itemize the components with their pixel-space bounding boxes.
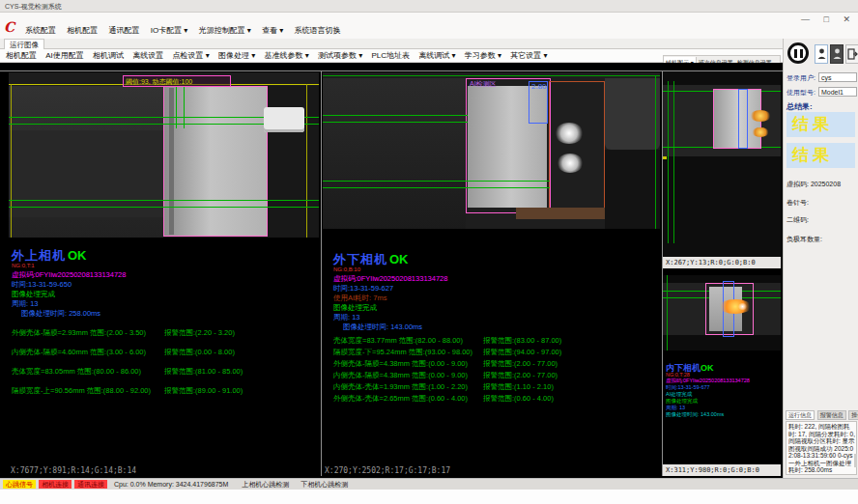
green-measure-line-4 [323, 187, 550, 188]
measurement-row: 壳体宽度=83.77mm 范围:(82.00 - 88.00) 报警范围:(83… [333, 336, 561, 346]
barcode-field: 虚拟码: 20250208 [786, 180, 841, 189]
menu-comm-config[interactable]: 通讯配置 [108, 26, 139, 35]
left-time: 时间:13-31-59-650 [12, 280, 72, 290]
small-bottom-time: 时间:13-31-59-677 [666, 384, 710, 391]
status-bar: 心跳信号 相机连接 通讯连接 Cpu: 0.0% Memory: 3424.41… [0, 478, 858, 490]
left-done: 图像处理完成 [12, 290, 55, 299]
result-display-1: 结果 [786, 112, 855, 137]
green-vline [667, 275, 668, 350]
roi-rect-orange [549, 81, 605, 209]
machinery-mid-strip [9, 130, 163, 217]
window-close-icon[interactable]: ✕ [843, 14, 850, 24]
gripper-connector [264, 107, 304, 132]
menu-camera-config[interactable]: 相机配置 [67, 26, 98, 35]
green-measure-line-2 [323, 122, 468, 123]
admin-button[interactable] [830, 44, 844, 64]
operator-button[interactable] [815, 44, 828, 64]
model-label: 使用型号: [786, 88, 815, 98]
result-display-2: 结果 [786, 143, 855, 168]
tool-offline-setting[interactable]: 离线设置 [132, 51, 163, 60]
left-barcode: 虚拟码:0FYIiw20250208133134728 [12, 270, 126, 280]
logout-button[interactable] [845, 44, 858, 64]
left-cycle: 周期: 13 [12, 299, 39, 309]
tool-camera-debug[interactable]: 相机调试 [93, 51, 124, 60]
total-result-label: 总结果: [786, 101, 813, 112]
tool-baseline-params[interactable]: 基准线参数 ▾ [264, 51, 308, 60]
green-measure-line-1 [323, 115, 468, 116]
mid-process-time: 图像处理时间: 143.00ms [343, 322, 422, 332]
small-bottom-pixel-status: X:311;Y:980;R:0;G:0;B:0 [663, 464, 781, 476]
exit-door-icon [847, 48, 858, 60]
small-bottom-done: 图像处理完成 [666, 398, 698, 405]
tab-alarm-info[interactable]: 报警信息 [817, 410, 846, 420]
left-camera-panel: 阈值:93, 动态阈值:100 外上相机OK NG:0,T:1 虚拟码:0FYI… [8, 71, 320, 476]
qr-label: 二维码: [786, 215, 809, 225]
menu-io-config[interactable]: IO卡配置 ▾ [151, 26, 188, 35]
tool-spotcheck-setting[interactable]: 点检设置 ▾ [173, 51, 210, 60]
tool-image-process[interactable]: 图像处理 ▾ [218, 51, 255, 60]
window-controls: — □ ✕ [789, 14, 850, 24]
app-logo-icon: C [4, 20, 14, 34]
mid-ng-counter: NG:0,B:10 [333, 266, 360, 272]
tool-learn-params[interactable]: 学习参数 ▾ [465, 51, 501, 60]
model-value[interactable]: Model1 [818, 87, 857, 97]
measurement-row: 外侧壳体-壳体=2.65mm 范围:(0.60 - 4.00) 报警范围:(0.… [333, 394, 554, 404]
tab-op-info[interactable]: 操作信息 [848, 410, 858, 420]
menu-system-config[interactable]: 系统配置 [25, 26, 56, 35]
small-bottom-process-time: 图像处理时间: 143.00ms [666, 411, 724, 418]
weld-glow-1 [555, 123, 584, 144]
login-user-label: 登录用户: [786, 73, 815, 83]
heartbeat-badge: 心跳信号 [3, 480, 36, 489]
cell-edge-shade [169, 88, 174, 235]
pause-icon [800, 49, 803, 58]
tool-plc-table[interactable]: PLC地址表 [371, 51, 410, 60]
tab-count-label: 负极耳数量: [786, 235, 822, 244]
green-measure-line-4 [9, 207, 319, 208]
ai-measure-value: 2.80 [531, 82, 547, 91]
login-user-value[interactable]: cys [818, 72, 857, 82]
green-measure-line-3 [9, 200, 319, 201]
tool-ai-config[interactable]: AI使用配置 [45, 51, 84, 60]
tab-glow-2 [752, 127, 769, 137]
camera-head-block [605, 78, 660, 150]
green-measure-line-3 [323, 181, 550, 182]
small-bottom-image[interactable] [663, 275, 781, 350]
right-sidebar: 登录用户: cys 使用型号: Model1 总结果: 结果 结果 虚拟码: 2… [783, 39, 858, 478]
green-border-top [323, 75, 660, 76]
small-top-panel: X:267;Y:13;R:0;G:0;B:0 [663, 71, 781, 268]
pause-button[interactable] [787, 42, 809, 64]
window-maximize-icon[interactable]: □ [824, 14, 829, 24]
small-bottom-panel: 内下相机OK NG:0,T:28 虚拟码:0FYIiw2025020813313… [663, 275, 781, 476]
left-camera-image[interactable]: 阈值:93, 动态阈值:100 [9, 72, 319, 238]
green-measure-vline-2 [184, 86, 185, 128]
small-top-image[interactable] [663, 71, 781, 257]
info-tabbar: 运行信息 报警信息 操作信息 [786, 410, 858, 420]
measurement-row: 隔膜宽度-上=90.56mm 范围:(88.00 - 92.00) 报警范围:(… [12, 386, 243, 396]
mid-camera-image[interactable]: AI检测区 2.80 [323, 72, 660, 229]
menu-language-switch[interactable]: 系统语言切换 [295, 26, 341, 35]
window-minimize-icon[interactable]: — [801, 14, 810, 24]
small-bottom-barcode: 虚拟码:0FYIiw20250208133134728 [666, 378, 750, 384]
roi-rect-blue [738, 89, 748, 149]
upper-camera-heartbeat: 上相机心跳检测 [242, 480, 289, 490]
run-log-box: 耗时: 222, 间隔检图耗时: 17, 间隔分发耗时: 0, 间隔视取分区耗时… [786, 421, 857, 475]
menu-view[interactable]: 查看 ▾ [262, 26, 283, 35]
measurement-row: 隔膜宽度-下=95.24mm 范围:(93.00 - 98.00) 报警范围:(… [333, 348, 561, 357]
left-pixel-status: X:7677;Y:891;R:14;G:14;B:14 [11, 466, 136, 475]
mid-cycle: 周期: 13 [333, 313, 360, 322]
menu-light-config[interactable]: 光源控制配置 ▾ [199, 26, 251, 35]
tab-run-info[interactable]: 运行信息 [786, 410, 815, 420]
log-scrollbar[interactable] [854, 454, 857, 467]
comm-link-badge: 通讯连接 [74, 480, 107, 489]
yellow-tick [663, 156, 667, 159]
green-border-right [655, 75, 656, 229]
left-ng-counter: NG:0,T:1 [12, 263, 35, 268]
tool-offline-debug[interactable]: 离线调试 ▾ [418, 51, 455, 60]
view-tabstrip: 运行图像 [0, 39, 783, 49]
tab-run-image[interactable]: 运行图像 [4, 39, 44, 49]
tool-test-params[interactable]: 测试项参数 ▾ [318, 51, 362, 60]
tool-camera-config[interactable]: 相机配置 [6, 51, 37, 60]
tool-other-setting[interactable]: 其它设置 ▾ [510, 51, 547, 60]
barcode-value: 20250208 [811, 181, 841, 187]
measurement-row: 内侧壳体-壳体=1.93mm 范围:(1.00 - 2.20) 报警范围:(1.… [333, 382, 554, 392]
